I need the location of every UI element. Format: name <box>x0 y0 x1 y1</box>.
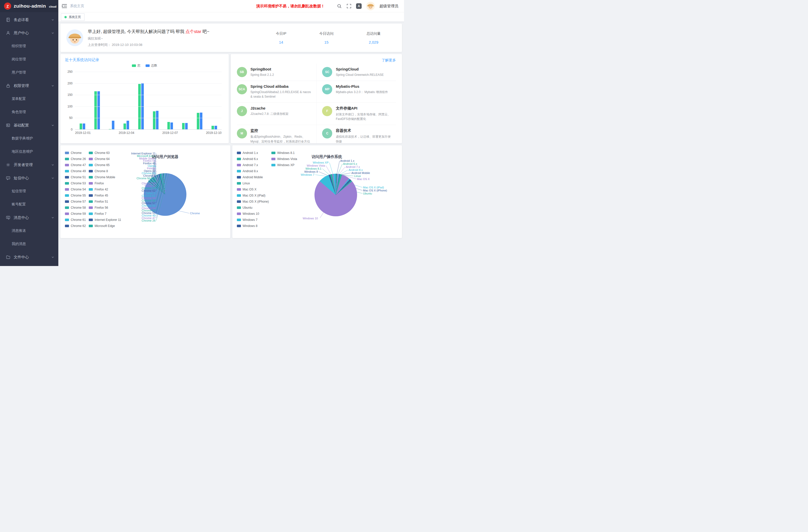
legend-item-mac-os-x-ipad-[interactable]: Mac OS X (iPad) <box>237 192 269 199</box>
legend-item-android-mobile[interactable]: Android Mobile <box>237 174 269 180</box>
username-label[interactable]: 超级管理员 <box>380 4 399 8</box>
legend-item-mac-os-x[interactable]: Mac OS X <box>237 186 269 192</box>
legend-item-chrome-54[interactable]: Chrome 54 <box>65 186 87 192</box>
bar-series-1 <box>97 91 100 129</box>
legend-item-android-8-x[interactable]: Android 8.x <box>237 168 269 174</box>
sidebar-item-sms-center[interactable]: 短信中心 <box>0 171 58 185</box>
legend-item-chrome-55[interactable]: Chrome 55 <box>65 192 87 199</box>
legend-label: Internet Explorer 11 <box>95 218 121 222</box>
legend-swatch <box>65 176 69 179</box>
sidebar-subitem-message-push[interactable]: 消息推送 <box>0 224 58 237</box>
fullscreen-icon[interactable] <box>346 3 351 8</box>
sidebar-subitem-dict-maintain[interactable]: 数据字典维护 <box>0 132 58 145</box>
legend-item-chrome-58[interactable]: Chrome 58 <box>65 205 87 211</box>
legend-item-chrome[interactable]: Chrome <box>65 150 87 156</box>
legend-item-chrome-49[interactable]: Chrome 49 <box>65 168 87 174</box>
legend-label: Windows Vista <box>277 157 297 161</box>
y-axis-label: 0 <box>71 128 73 131</box>
y-axis-label: 200 <box>68 82 73 85</box>
tab-home[interactable]: 系统主页 <box>61 14 85 21</box>
sidebar-subitem-role-management[interactable]: 角色管理 <box>0 106 58 119</box>
legend-swatch <box>89 206 93 209</box>
feature-item: M监控集成SpringBootAdmin、Zipkin、Redis、Mysql、… <box>237 125 316 143</box>
legend-item-microsoft-edge[interactable]: Microsoft Edge <box>89 223 122 229</box>
breadcrumb[interactable]: 系统主页 <box>70 4 84 8</box>
bar-series-1 <box>156 111 159 129</box>
collapse-sidebar-icon[interactable] <box>62 4 67 8</box>
legend-item-chrome-59[interactable]: Chrome 59 <box>65 211 87 217</box>
sidebar-item-user-center[interactable]: 用户中心 <box>0 26 58 40</box>
star-link[interactable]: 点个star <box>185 29 201 34</box>
legend-item-android-7-x[interactable]: Android 7.x <box>237 162 269 168</box>
chat-icon <box>5 176 11 181</box>
legend-item-firefox-7[interactable]: Firefox 7 <box>89 211 122 217</box>
legend-item-chrome-61[interactable]: Chrome 61 <box>65 217 87 223</box>
legend-item-internet-explorer-11[interactable]: Internet Explorer 11 <box>89 217 122 223</box>
legend-item-chrome-64[interactable]: Chrome 64 <box>89 156 122 162</box>
legend-item-windows-8[interactable]: Windows 8 <box>237 223 269 229</box>
legend-item-0[interactable]: 您 <box>132 63 141 68</box>
legend-item-chrome-8[interactable]: Chrome 8 <box>89 168 122 174</box>
legend-item-chrome-57[interactable]: Chrome 57 <box>65 199 87 205</box>
sidebar-item-base-config[interactable]: 基础配置 <box>0 119 58 132</box>
legend-label: Android 1.x <box>243 151 258 155</box>
user-avatar[interactable] <box>366 2 375 11</box>
legend-swatch <box>237 219 241 221</box>
legend-item-windows-10[interactable]: Windows 10 <box>237 211 269 217</box>
pie-callout-label: Mac OS X <box>357 178 370 181</box>
feature-item: SCASpring Cloud alibabaSpringCloudAlibab… <box>237 81 316 103</box>
legend-item-windows-8-1[interactable]: Windows 8.1 <box>271 150 298 156</box>
learn-more-link[interactable]: 了解更多 <box>382 58 396 62</box>
sidebar-subitem-post-management[interactable]: 岗位管理 <box>0 53 58 66</box>
legend-item-firefox-56[interactable]: Firefox 56 <box>89 205 122 211</box>
legend-item-linux[interactable]: Linux <box>237 180 269 186</box>
feature-badge: SC <box>322 67 332 77</box>
legend-item-chrome-63[interactable]: Chrome 63 <box>89 150 122 156</box>
legend-item-android-1-x[interactable]: Android 1.x <box>237 150 269 156</box>
legend-swatch <box>89 213 93 215</box>
pie-callout-label: Windows 8.1 <box>306 167 322 170</box>
sidebar-subitem-my-message[interactable]: 我的消息 <box>0 237 58 251</box>
legend-item-chrome-26[interactable]: Chrome 26 <box>65 156 87 162</box>
brand-logo[interactable]: Z zuihou-admin cloud <box>0 0 58 12</box>
chevron-down-icon <box>51 18 54 21</box>
bar-series-0 <box>197 113 199 129</box>
sidebar-item-message-center[interactable]: 消息中心 <box>0 211 58 224</box>
legend-item-1[interactable]: 总数 <box>146 63 157 68</box>
legend-item-windows-vista[interactable]: Windows Vista <box>271 156 298 162</box>
sidebar-subitem-menu-config[interactable]: 菜单配置 <box>0 92 58 106</box>
sidebar-subitem-org-management[interactable]: 组织管理 <box>0 40 58 53</box>
legend-swatch <box>237 213 241 215</box>
legend-item-mac-os-x-iphone-[interactable]: Mac OS X (iPhone) <box>237 199 269 205</box>
legend-item-firefox[interactable]: Firefox <box>89 180 122 186</box>
sidebar-subitem-area-maintain[interactable]: 地区信息维护 <box>0 145 58 158</box>
legend-item-chrome-62[interactable]: Chrome 62 <box>65 223 87 229</box>
bar-group <box>178 72 192 129</box>
sidebar-subitem-sms-management[interactable]: 短信管理 <box>0 185 58 198</box>
legend-item-android-6-x[interactable]: Android 6.x <box>237 156 269 162</box>
legend-item-windows-xp[interactable]: Windows XP <box>271 162 298 168</box>
sidebar-subitem-account-config[interactable]: 账号配置 <box>0 198 58 211</box>
legend-item-firefox-51[interactable]: Firefox 51 <box>89 199 122 205</box>
legend-item-chrome-65[interactable]: Chrome 65 <box>89 162 122 168</box>
sidebar-subitem-user-management[interactable]: 用户管理 <box>0 66 58 79</box>
legend-item-chrome-53[interactable]: Chrome 53 <box>65 180 87 186</box>
legend-item-windows-7[interactable]: Windows 7 <box>237 217 269 223</box>
feature-title: SpringCloud <box>336 67 384 71</box>
sidebar-item-permission[interactable]: 权限管理 <box>0 79 58 92</box>
font-size-icon[interactable]: A <box>356 3 362 9</box>
pie-callout-line <box>357 192 362 194</box>
legend-item-chrome-mobile[interactable]: Chrome Mobile <box>89 174 122 180</box>
pie-callout-label: Android 7.x <box>346 165 360 168</box>
pie-callout-line <box>341 173 350 175</box>
sidebar-item-must-read[interactable]: 务必详看 <box>0 13 58 26</box>
search-icon[interactable] <box>337 3 342 8</box>
legend-item-chrome-51[interactable]: Chrome 51 <box>65 174 87 180</box>
sidebar-item-developer[interactable]: 开发者管理 <box>0 158 58 171</box>
sidebar-item-file-center[interactable]: 文件中心 <box>0 251 58 264</box>
legend-item-chrome-47[interactable]: Chrome 47 <box>65 162 87 168</box>
legend-label: Android 8.x <box>243 169 258 173</box>
legend-item-firefox-42[interactable]: Firefox 42 <box>89 186 122 192</box>
legend-item-firefox-45[interactable]: Firefox 45 <box>89 192 122 199</box>
legend-item-ubuntu[interactable]: Ubuntu <box>237 205 269 211</box>
